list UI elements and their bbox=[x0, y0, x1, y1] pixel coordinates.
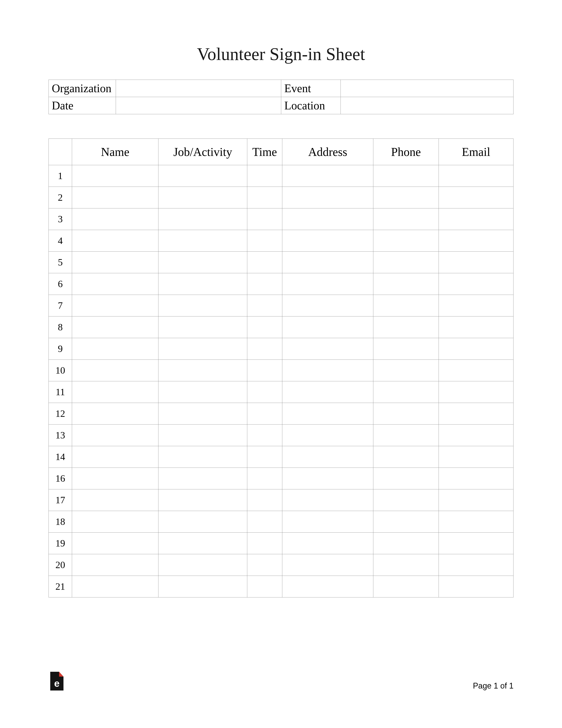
table-cell[interactable] bbox=[247, 360, 282, 381]
location-field[interactable] bbox=[341, 97, 513, 114]
table-cell[interactable] bbox=[439, 489, 513, 511]
table-cell[interactable] bbox=[282, 468, 373, 489]
table-cell[interactable] bbox=[247, 273, 282, 295]
table-cell[interactable] bbox=[373, 208, 439, 230]
table-cell[interactable] bbox=[72, 165, 158, 187]
table-cell[interactable] bbox=[373, 252, 439, 273]
table-cell[interactable] bbox=[72, 554, 158, 576]
table-cell[interactable] bbox=[373, 489, 439, 511]
table-cell[interactable] bbox=[282, 425, 373, 446]
table-cell[interactable] bbox=[373, 554, 439, 576]
table-cell[interactable] bbox=[373, 360, 439, 381]
table-cell[interactable] bbox=[72, 381, 158, 403]
table-cell[interactable] bbox=[439, 165, 513, 187]
table-cell[interactable] bbox=[159, 446, 247, 468]
table-cell[interactable] bbox=[247, 381, 282, 403]
table-cell[interactable] bbox=[159, 360, 247, 381]
table-cell[interactable] bbox=[159, 208, 247, 230]
table-cell[interactable] bbox=[159, 316, 247, 338]
table-cell[interactable] bbox=[373, 403, 439, 425]
table-cell[interactable] bbox=[373, 576, 439, 597]
date-field[interactable] bbox=[116, 97, 281, 114]
table-cell[interactable] bbox=[439, 230, 513, 252]
table-cell[interactable] bbox=[282, 576, 373, 597]
table-cell[interactable] bbox=[282, 338, 373, 360]
table-cell[interactable] bbox=[72, 208, 158, 230]
table-cell[interactable] bbox=[373, 187, 439, 208]
table-cell[interactable] bbox=[72, 511, 158, 533]
table-cell[interactable] bbox=[247, 165, 282, 187]
table-cell[interactable] bbox=[373, 425, 439, 446]
table-cell[interactable] bbox=[439, 360, 513, 381]
table-cell[interactable] bbox=[373, 165, 439, 187]
table-cell[interactable] bbox=[439, 316, 513, 338]
table-cell[interactable] bbox=[247, 230, 282, 252]
table-cell[interactable] bbox=[439, 295, 513, 316]
table-cell[interactable] bbox=[439, 468, 513, 489]
table-cell[interactable] bbox=[282, 273, 373, 295]
table-cell[interactable] bbox=[159, 468, 247, 489]
table-cell[interactable] bbox=[282, 489, 373, 511]
table-cell[interactable] bbox=[282, 295, 373, 316]
table-cell[interactable] bbox=[247, 489, 282, 511]
table-cell[interactable] bbox=[373, 295, 439, 316]
table-cell[interactable] bbox=[439, 425, 513, 446]
table-cell[interactable] bbox=[247, 554, 282, 576]
table-cell[interactable] bbox=[373, 273, 439, 295]
table-cell[interactable] bbox=[159, 403, 247, 425]
table-cell[interactable] bbox=[282, 360, 373, 381]
table-cell[interactable] bbox=[373, 468, 439, 489]
table-cell[interactable] bbox=[439, 511, 513, 533]
table-cell[interactable] bbox=[72, 446, 158, 468]
event-field[interactable] bbox=[341, 80, 513, 97]
table-cell[interactable] bbox=[282, 252, 373, 273]
table-cell[interactable] bbox=[159, 511, 247, 533]
table-cell[interactable] bbox=[72, 533, 158, 554]
table-cell[interactable] bbox=[159, 576, 247, 597]
table-cell[interactable] bbox=[282, 316, 373, 338]
table-cell[interactable] bbox=[72, 295, 158, 316]
table-cell[interactable] bbox=[159, 489, 247, 511]
table-cell[interactable] bbox=[439, 533, 513, 554]
table-cell[interactable] bbox=[282, 533, 373, 554]
table-cell[interactable] bbox=[159, 554, 247, 576]
table-cell[interactable] bbox=[247, 468, 282, 489]
table-cell[interactable] bbox=[72, 230, 158, 252]
table-cell[interactable] bbox=[247, 338, 282, 360]
table-cell[interactable] bbox=[72, 360, 158, 381]
table-cell[interactable] bbox=[159, 230, 247, 252]
table-cell[interactable] bbox=[282, 187, 373, 208]
table-cell[interactable] bbox=[159, 425, 247, 446]
table-cell[interactable] bbox=[159, 273, 247, 295]
organization-field[interactable] bbox=[116, 80, 281, 97]
table-cell[interactable] bbox=[282, 403, 373, 425]
table-cell[interactable] bbox=[439, 576, 513, 597]
table-cell[interactable] bbox=[72, 252, 158, 273]
table-cell[interactable] bbox=[247, 403, 282, 425]
table-cell[interactable] bbox=[72, 273, 158, 295]
table-cell[interactable] bbox=[282, 381, 373, 403]
table-cell[interactable] bbox=[282, 511, 373, 533]
table-cell[interactable] bbox=[72, 468, 158, 489]
table-cell[interactable] bbox=[373, 230, 439, 252]
table-cell[interactable] bbox=[72, 425, 158, 446]
table-cell[interactable] bbox=[159, 295, 247, 316]
table-cell[interactable] bbox=[373, 511, 439, 533]
table-cell[interactable] bbox=[159, 187, 247, 208]
table-cell[interactable] bbox=[247, 576, 282, 597]
table-cell[interactable] bbox=[282, 446, 373, 468]
table-cell[interactable] bbox=[439, 273, 513, 295]
table-cell[interactable] bbox=[159, 533, 247, 554]
table-cell[interactable] bbox=[247, 446, 282, 468]
table-cell[interactable] bbox=[282, 208, 373, 230]
table-cell[interactable] bbox=[439, 338, 513, 360]
table-cell[interactable] bbox=[247, 208, 282, 230]
table-cell[interactable] bbox=[72, 316, 158, 338]
table-cell[interactable] bbox=[159, 252, 247, 273]
table-cell[interactable] bbox=[72, 187, 158, 208]
table-cell[interactable] bbox=[373, 533, 439, 554]
table-cell[interactable] bbox=[247, 425, 282, 446]
table-cell[interactable] bbox=[247, 533, 282, 554]
table-cell[interactable] bbox=[439, 187, 513, 208]
table-cell[interactable] bbox=[159, 165, 247, 187]
